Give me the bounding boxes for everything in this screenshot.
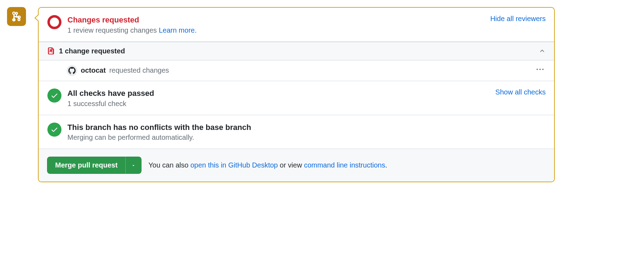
footer-middle: or view [278, 161, 304, 169]
timeline-merge-badge [7, 7, 26, 26]
show-all-checks-link[interactable]: Show all checks [495, 88, 546, 96]
changes-requested-count: 1 change requested [59, 47, 534, 55]
octocat-avatar-icon [68, 66, 76, 75]
merge-options-dropdown[interactable] [125, 157, 142, 174]
merge-status-panel: Changes requested 1 review requesting ch… [38, 7, 555, 182]
checks-subtitle: 1 successful check [67, 100, 490, 108]
merge-footer: Merge pull request You can also open thi… [39, 149, 554, 182]
conflicts-section: This branch has no conflicts with the ba… [39, 115, 554, 149]
review-status-section: Changes requested 1 review requesting ch… [39, 8, 554, 42]
file-diff-icon [47, 47, 55, 55]
review-subtitle-text: 1 review requesting changes [67, 26, 159, 34]
reviewer-username[interactable]: octocat [81, 66, 106, 74]
hide-all-reviewers-link[interactable]: Hide all reviewers [490, 15, 546, 23]
checks-passed-icon [47, 88, 62, 103]
open-in-desktop-link[interactable]: open this in GitHub Desktop [190, 161, 278, 169]
footer-suffix: . [385, 161, 387, 169]
triangle-down-icon [131, 163, 136, 168]
reviewer-menu-button[interactable] [534, 66, 546, 75]
check-icon [51, 92, 58, 99]
no-conflicts-icon [47, 122, 62, 137]
learn-more-link[interactable]: Learn more. [159, 26, 197, 34]
review-status-title: Changes requested [67, 15, 485, 26]
reviewer-row: octocat requested changes [39, 60, 554, 81]
kebab-horizontal-icon [537, 66, 544, 73]
changes-requested-header[interactable]: 1 change requested [39, 42, 554, 60]
review-status-subtitle: 1 review requesting changes Learn more. [67, 26, 485, 34]
conflicts-subtitle: Merging can be performed automatically. [67, 133, 546, 142]
merge-footer-text: You can also open this in GitHub Desktop… [149, 161, 387, 169]
footer-prefix: You can also [149, 161, 190, 169]
command-line-instructions-link[interactable]: command line instructions [304, 161, 385, 169]
merge-pull-request-button[interactable]: Merge pull request [47, 157, 125, 174]
conflicts-title: This branch has no conflicts with the ba… [67, 122, 546, 133]
chevron-up-icon [539, 47, 546, 54]
git-merge-icon [11, 11, 22, 22]
checks-section: All checks have passed 1 successful chec… [39, 81, 554, 115]
svg-point-0 [13, 12, 15, 14]
changes-requested-icon [47, 15, 62, 29]
checks-title: All checks have passed [67, 88, 490, 99]
reviewer-action-text: requested changes [109, 66, 531, 74]
reviewer-avatar[interactable] [67, 65, 77, 76]
merge-button-group: Merge pull request [47, 157, 142, 174]
check-icon [51, 126, 58, 133]
